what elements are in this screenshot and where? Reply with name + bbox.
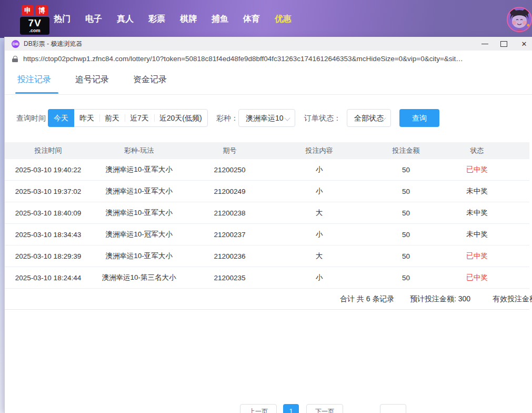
lottery-select[interactable]: 澳洲幸运10	[238, 109, 295, 127]
user-avatar[interactable]	[506, 6, 532, 33]
next-page-button[interactable]: 下一页	[306, 404, 343, 413]
window-title: DB彩票 - 极速浏览器	[24, 40, 82, 48]
cell-status: 已中奖	[447, 165, 507, 174]
summary-record-count: 合计 共 6 条记录	[340, 289, 394, 309]
time-filter-group: 今天 昨天 前天 近7天 近20天(低频)	[48, 109, 208, 127]
cell-amount: 50	[365, 166, 447, 174]
bet-records-table: 投注时间 彩种-玩法 期号 投注内容 投注金额 状态 2025-03-10 19…	[5, 142, 529, 310]
window-titlebar[interactable]: DB DB彩票 - 极速浏览器 ✕	[5, 37, 532, 51]
cell-issue: 21200236	[186, 252, 273, 260]
nav-menu-item[interactable]: 优惠	[267, 0, 299, 38]
cell-game: 澳洲幸运10-亚军大小	[92, 208, 186, 218]
cell-status: 未中奖	[447, 186, 507, 196]
cell-game: 澳洲幸运10-亚军大小	[92, 165, 186, 174]
filter-row: 查询时间： 今天 昨天 前天 近7天 近20天(低频) 彩种：	[5, 109, 532, 128]
nav-menu-item[interactable]: 棋牌	[173, 0, 204, 38]
table-row: 2025-03-10 18:29:39 澳洲幸运10-亚军大小 21200236…	[5, 245, 529, 267]
time-filter-option[interactable]: 近20天(低频)	[154, 110, 207, 126]
browser-window: DB DB彩票 - 极速浏览器 ✕ https://ctop02pchwp1.z…	[4, 37, 532, 413]
logo-badges: 申 博	[20, 5, 49, 16]
time-filter-option[interactable]: 昨天	[74, 110, 99, 126]
cell-game: 澳洲幸运10-冠军大小	[92, 230, 186, 239]
screen: 申 博 7V .com 热门 电子 真人 彩票 棋牌 捕鱼 体育	[0, 0, 532, 413]
minimize-button[interactable]	[477, 37, 493, 51]
search-button[interactable]: 查询	[399, 109, 439, 127]
cell-issue: 21200235	[186, 274, 273, 282]
col-issue: 期号	[186, 146, 273, 155]
active-tab-underline	[15, 92, 58, 94]
time-filter-option[interactable]: 前天	[99, 110, 125, 126]
cell-bet-time: 2025-03-10 19:40:22	[5, 166, 92, 174]
cell-bet-time: 2025-03-10 18:29:39	[5, 252, 92, 260]
cell-amount: 50	[365, 274, 447, 282]
time-filter-option[interactable]: 今天	[48, 109, 74, 127]
pagination: 上一页 1 下一页	[5, 404, 532, 413]
nav-menu: 热门 电子 真人 彩票 棋牌 捕鱼 体育 优惠	[46, 0, 299, 38]
col-bet-time: 投注时间	[5, 146, 92, 155]
col-content: 投注内容	[273, 146, 365, 155]
maximize-button[interactable]	[496, 37, 511, 51]
cell-bet-time: 2025-03-10 19:37:02	[5, 188, 92, 195]
cell-content: 大	[273, 208, 365, 218]
db-favicon-icon: DB	[12, 40, 19, 48]
time-filter-option[interactable]: 近7天	[125, 110, 154, 126]
nav-menu-item[interactable]: 彩票	[141, 0, 173, 38]
tab-item[interactable]: 投注记录	[17, 74, 51, 85]
cell-status: 未中奖	[447, 208, 507, 218]
cell-game: 澳洲幸运10-亚军大小	[92, 186, 186, 196]
address-bar[interactable]: https://ctop02pchwp1.zfnc84.com/lottery/…	[5, 51, 532, 67]
nav-menu-item[interactable]: 捕鱼	[204, 0, 236, 38]
record-tabs: 投注记录 追号记录 资金记录	[17, 74, 167, 85]
table-row: 2025-03-10 19:37:02 澳洲幸运10-亚军大小 21200249…	[5, 181, 529, 202]
col-amount: 投注金额	[365, 146, 447, 155]
logo-brand: 7V	[20, 18, 49, 28]
summary-valid-amount: 有效投注金额	[493, 289, 532, 309]
cell-content: 小	[273, 230, 365, 239]
cell-status: 未中奖	[447, 230, 507, 239]
table-body: 2025-03-10 19:40:22 澳洲幸运10-亚军大小 21200250…	[5, 159, 529, 289]
logo-box: 7V .com	[20, 17, 49, 35]
summary-row: 合计 共 6 条记录 预计投注金额: 300 有效投注金额	[5, 289, 529, 310]
tab-item[interactable]: 追号记录	[75, 74, 109, 85]
avatar-illustration	[506, 6, 532, 33]
window-edge-shadow	[0, 38, 4, 413]
nav-menu-item[interactable]: 体育	[236, 0, 267, 38]
cell-bet-time: 2025-03-10 18:24:44	[5, 274, 92, 282]
table-row: 2025-03-10 19:40:22 澳洲幸运10-亚军大小 21200250…	[5, 159, 529, 181]
cell-status: 已中奖	[447, 273, 507, 282]
lock-icon	[12, 56, 18, 62]
prev-page-button[interactable]: 上一页	[240, 404, 277, 413]
status-filter-label: 订单状态：	[304, 109, 341, 127]
table-row: 2025-03-10 18:34:43 澳洲幸运10-冠军大小 21200237…	[5, 224, 529, 245]
lottery-filter-label: 彩种：	[216, 109, 238, 127]
cell-amount: 50	[365, 252, 447, 260]
cell-bet-time: 2025-03-10 18:40:09	[5, 209, 92, 217]
cell-content: 小	[273, 165, 365, 174]
table-row: 2025-03-10 18:24:44 澳洲幸运10-第三名大小 2120023…	[5, 267, 529, 289]
current-page-button[interactable]: 1	[283, 404, 299, 413]
cell-content: 大	[273, 251, 365, 261]
cell-bet-time: 2025-03-10 18:34:43	[5, 231, 92, 239]
cell-content: 小	[273, 273, 365, 282]
site-logo[interactable]: 申 博 7V .com	[20, 5, 49, 35]
order-status-select[interactable]: 全部状态	[347, 109, 391, 127]
table-row: 2025-03-10 18:40:09 澳洲幸运10-亚军大小 21200238…	[5, 202, 529, 224]
page-jump-input[interactable]	[380, 404, 406, 413]
summary-expected-amount: 预计投注金额: 300	[410, 289, 470, 309]
page-url: https://ctop02pchwp1.zfnc84.com/lottery/…	[23, 55, 463, 63]
cell-status: 已中奖	[447, 251, 507, 261]
tab-item[interactable]: 资金记录	[133, 74, 167, 85]
cell-amount: 50	[365, 188, 447, 195]
cell-issue: 21200249	[186, 188, 273, 195]
nav-menu-item[interactable]: 真人	[109, 0, 141, 38]
cell-game: 澳洲幸运10-亚军大小	[92, 251, 186, 261]
cell-game: 澳洲幸运10-第三名大小	[92, 273, 186, 282]
cell-issue: 21200237	[186, 231, 273, 239]
page-content: 投注记录 追号记录 资金记录 查询时间： 今天 昨天 前天	[5, 67, 532, 413]
col-game: 彩种-玩法	[92, 146, 186, 155]
nav-menu-item[interactable]: 电子	[78, 0, 109, 38]
nav-menu-item[interactable]: 热门	[46, 0, 78, 38]
site-navbar: 申 博 7V .com 热门 电子 真人 彩票 棋牌 捕鱼 体育	[0, 0, 532, 38]
cell-issue: 21200250	[186, 166, 273, 174]
close-button[interactable]: ✕	[516, 37, 532, 51]
